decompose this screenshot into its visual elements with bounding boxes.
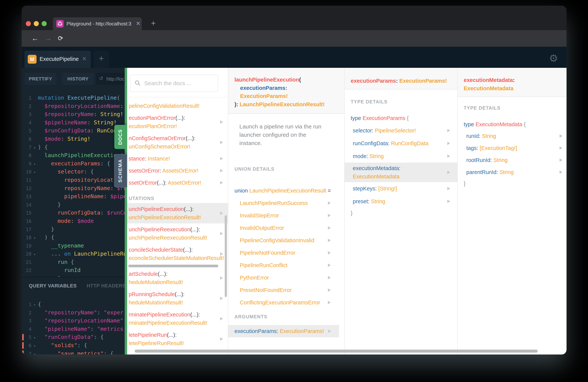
doc-mutation-row[interactable]: rminatePipelineExecution(...):rminatePip… xyxy=(127,309,228,329)
union-member-row[interactable]: PresetNotFoundError xyxy=(228,284,344,296)
chevron-right-icon xyxy=(328,239,331,242)
line-number: 16 xyxy=(22,217,31,226)
type-field-row[interactable]: rootRunId: String xyxy=(458,154,567,166)
tab-close-icon[interactable]: ✕ xyxy=(136,17,141,30)
code-line[interactable]: 8 launchPipelineExecution( xyxy=(22,151,125,160)
doc-query-field-row[interactable]: ssetsOrError: AssetsOrError! xyxy=(127,165,228,177)
doc-row-partial[interactable]: pelineConfigValidationResult! xyxy=(127,100,228,112)
traffic-light-close[interactable] xyxy=(26,21,31,26)
traffic-light-zoom[interactable] xyxy=(42,21,47,26)
chevron-right-icon xyxy=(328,276,331,279)
code-line[interactable]: 1mutation ExecutePipeline( xyxy=(22,94,125,102)
reload-icon[interactable]: ⟳ xyxy=(58,30,63,47)
query-editor[interactable]: 1mutation ExecutePipeline(2 $repositoryL… xyxy=(22,94,125,283)
docs-search-input[interactable]: Search the docs ... xyxy=(130,75,218,92)
prettify-button[interactable]: PRETTIFY xyxy=(25,73,56,85)
code-line[interactable]: 9▾ executionParams: { xyxy=(22,160,125,168)
code-line[interactable]: 17 } xyxy=(22,225,125,233)
doc-mutation-row[interactable]: letePipelineRun(...):letePipelineRunResu… xyxy=(127,329,228,349)
type-field-row[interactable]: stepKeys: [String!] xyxy=(345,182,457,195)
union-member-row[interactable]: LaunchPipelineRunSuccess xyxy=(228,197,344,209)
doc-query-field-row[interactable]: stance: Instance! xyxy=(127,152,228,165)
code-line[interactable]: 6 $mode: String! xyxy=(22,135,125,143)
union-member-row[interactable]: ConflictingExecutionParamsError xyxy=(228,296,344,309)
code-line[interactable]: 14 } xyxy=(22,201,125,209)
type-field-row[interactable]: parentRunId: String xyxy=(458,166,567,178)
settings-gear-icon[interactable]: ⚙ xyxy=(549,52,558,64)
column-vscrollbar[interactable] xyxy=(225,215,227,297)
code-line[interactable]: 18▾ ) { xyxy=(22,233,125,242)
chevron-right-icon xyxy=(328,214,331,217)
session-tab[interactable]: M ExecutePipeline ✕ xyxy=(24,51,91,68)
arguments-label: ARGUMENTS xyxy=(234,313,344,320)
new-tab-button[interactable]: + xyxy=(147,17,160,30)
type-field-row[interactable]: selector: PipelineSelector! xyxy=(345,124,457,137)
code-line[interactable]: 10▾ selector: { xyxy=(22,168,125,176)
variables-line[interactable]: 6▾ "solids": { xyxy=(22,341,125,350)
doc-mutation-row[interactable]: unchPipelineReexecution(...):unchPipelin… xyxy=(127,223,228,244)
code-line[interactable]: 5 $runConfigData: RunConfigData xyxy=(22,127,125,135)
endpoint-reload-icon[interactable]: ↺ xyxy=(99,73,103,85)
sidebar-tab-schema[interactable]: SCHEMA xyxy=(114,154,127,188)
union-member-row[interactable]: PythonError xyxy=(228,272,344,284)
code-line[interactable]: 13 pipelineName: $pipelineName xyxy=(22,192,125,201)
union-member-row[interactable]: PipelineConfigValidationInvalid xyxy=(228,234,344,247)
browser-tab[interactable]: Playground - http://localhost:3 ✕ xyxy=(53,17,142,30)
line-number: 9 xyxy=(22,160,31,168)
docs-hscrollbar[interactable] xyxy=(135,350,538,353)
variables-line[interactable]: 7▾ "save_metrics": { xyxy=(22,350,125,355)
doc-mutation-row[interactable]: artSchedule(...):heduleMutationResult! xyxy=(127,268,228,288)
code-line[interactable]: 11 repositoryLocationName: $repositoryLo… xyxy=(22,176,125,184)
union-member-row[interactable]: InvalidOutputError xyxy=(228,222,344,234)
doc-mutation-row[interactable]: unchPipelineExecution(...):unchPipelineE… xyxy=(127,203,228,223)
line-number: 13 xyxy=(22,192,31,201)
endpoint-url-input[interactable]: ↺ http://loc xyxy=(96,73,125,85)
traffic-light-minimize[interactable] xyxy=(34,21,39,26)
forward-icon[interactable]: → xyxy=(45,30,52,47)
code-line[interactable]: 3 $repositoryName: String! xyxy=(22,110,125,119)
code-line[interactable]: 19 __typename xyxy=(22,242,125,250)
tab-http-headers[interactable]: HTTP HEADERS xyxy=(87,283,125,289)
union-member-row[interactable]: InvalidStepError xyxy=(228,209,344,222)
sidebar-tab-docs[interactable]: DOCS xyxy=(114,125,127,149)
variables-editor[interactable]: 1▾{2 "repositoryName": "exper3 "reposito… xyxy=(22,300,125,355)
code-line[interactable]: 22 runId xyxy=(22,266,125,275)
code-line[interactable]: 16 mode: $mode xyxy=(22,217,125,225)
code-line[interactable]: 4 $pipelineName: String! xyxy=(22,119,125,127)
code-line[interactable]: 20▾ ... on LaunchPipelineRunSuccess { xyxy=(22,250,125,258)
history-button[interactable]: HISTORY xyxy=(62,73,94,85)
new-session-button[interactable]: + xyxy=(94,51,109,68)
union-member-row[interactable]: PipelineNotFoundError xyxy=(228,247,344,259)
tab-query-variables[interactable]: QUERY VARIABLES xyxy=(29,283,77,289)
doc-query-field-row[interactable]: nConfigSchemaOrError(...):unConfigSchema… xyxy=(127,132,228,152)
doc-mutation-row[interactable]: concileSchedulerState(...):econcileSched… xyxy=(127,244,228,264)
doc-query-field-row[interactable]: ssetOrError(...): AssetOrError! xyxy=(127,177,228,189)
code-line[interactable]: 12 repositoryName: $repositoryName xyxy=(22,184,125,192)
column-hscrollbar[interactable] xyxy=(127,264,228,268)
back-icon[interactable]: ← xyxy=(31,30,39,47)
session-close-icon[interactable]: ✕ xyxy=(82,51,87,68)
doc-query-field-row[interactable]: ecutionPlanOrError(...):ecutionPlanOrErr… xyxy=(127,112,228,132)
fold-arrow-icon: ▾ xyxy=(34,236,36,240)
doc-mutation-row[interactable]: pRunningSchedule(...):heduleMutationResu… xyxy=(127,288,228,309)
code-line[interactable]: 15 runConfigData: $runConfigData xyxy=(22,209,125,217)
code-line[interactable]: 7▾) { xyxy=(22,143,125,151)
type-field-row[interactable]: mode: String xyxy=(345,150,457,163)
type-field-row[interactable]: executionMetadata:ExecutionMetadata xyxy=(345,163,457,182)
code-line[interactable]: 2 $repositoryLocationName: String! xyxy=(22,102,125,110)
type-field-row[interactable]: runConfigData: RunConfigData xyxy=(345,137,457,150)
variables-line[interactable]: 5▾ "runConfigData": { xyxy=(22,333,125,341)
variables-line[interactable]: 1▾{ xyxy=(22,300,125,309)
variables-line[interactable]: 4 "pipelineName": "metrics xyxy=(22,325,125,333)
chrome-toolbar: ← → ⟳ ⓘ localhost:3333/graphql Guest xyxy=(22,30,567,47)
type-field-row[interactable]: runId: String xyxy=(458,130,567,142)
line-number: 15 xyxy=(22,209,31,217)
type-field-row[interactable]: preset: String xyxy=(345,195,457,208)
code-line[interactable]: 21 run { xyxy=(22,258,125,266)
docs-divider-strip[interactable] xyxy=(125,68,127,355)
type-field-row[interactable]: tags: [ExecutionTag!] xyxy=(458,142,567,154)
argument-row-selected[interactable]: executionParams: ExecutionParams! xyxy=(228,325,339,337)
union-member-row[interactable]: PipelineRunConflict xyxy=(228,259,344,272)
variables-line[interactable]: 3 "repositoryLocationName": xyxy=(22,317,125,325)
variables-line[interactable]: 2 "repositoryName": "exper xyxy=(22,309,125,317)
